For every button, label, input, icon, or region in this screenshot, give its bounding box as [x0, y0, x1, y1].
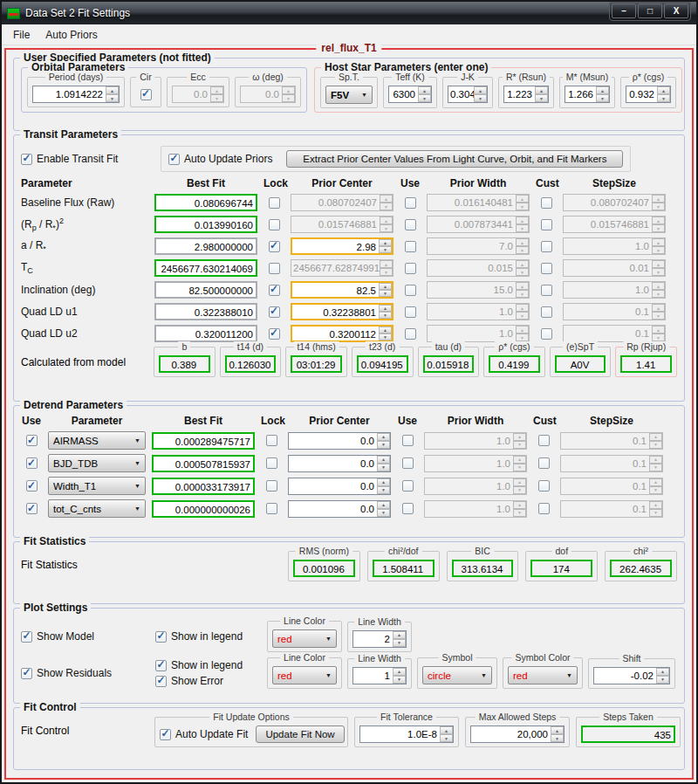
spinner-down-icon[interactable]: ▼: [513, 441, 526, 449]
spinner-up-icon[interactable]: ▲: [516, 238, 529, 246]
fit-tolerance-input[interactable]: 1.0E-8▲▼: [359, 726, 454, 743]
spinner-down-icon[interactable]: ▼: [379, 290, 392, 297]
spinner-up-icon[interactable]: ▲: [106, 86, 119, 94]
spinner-down-icon[interactable]: ▼: [516, 203, 529, 210]
max-allowed-steps-input[interactable]: 20,000▲▼: [470, 726, 565, 743]
auto-update-fit[interactable]: Auto Update Fit: [160, 728, 248, 740]
spinner-down-icon[interactable]: ▼: [516, 334, 529, 341]
spinner-up-icon[interactable]: ▲: [516, 217, 529, 224]
spinner-up-icon[interactable]: ▲: [596, 86, 609, 94]
spinner[interactable]: ▲▼: [380, 217, 393, 232]
spinner-down-icon[interactable]: ▼: [516, 312, 529, 320]
maximize-button[interactable]: □: [638, 3, 662, 18]
detrend-cust-checkbox[interactable]: [538, 457, 550, 469]
cust-checkbox[interactable]: [541, 328, 552, 340]
spinner[interactable]: ▲▼: [516, 260, 529, 276]
spinner[interactable]: ▲▼: [649, 433, 662, 449]
symbol-combo[interactable]: circle▼: [422, 666, 492, 684]
lock-checkbox[interactable]: [269, 241, 280, 252]
spinner-up-icon[interactable]: ▲: [513, 456, 526, 464]
spinner-up-icon[interactable]: ▲: [380, 260, 393, 268]
detrend-lock-checkbox[interactable]: [266, 480, 277, 492]
spinner-up-icon[interactable]: ▲: [652, 217, 665, 224]
symbol-color-combo[interactable]: red▼: [508, 666, 578, 684]
detrend-use2-checkbox[interactable]: [402, 435, 414, 446]
spinner[interactable]: ▲▼: [516, 326, 529, 341]
spinner[interactable]: ▲▼: [513, 501, 526, 517]
spinner-down-icon[interactable]: ▼: [379, 334, 392, 340]
spinner-down-icon[interactable]: ▼: [649, 509, 662, 517]
detrend-use-checkbox[interactable]: [26, 457, 38, 469]
spinner-up-icon[interactable]: ▲: [210, 86, 223, 94]
show-error[interactable]: Show Error: [155, 675, 262, 687]
spinner-up-icon[interactable]: ▲: [516, 260, 529, 268]
prior-center-input[interactable]: 2.98▲▼: [291, 237, 393, 255]
spinner[interactable]: ▲▼: [380, 195, 393, 210]
spinner-down-icon[interactable]: ▼: [377, 441, 390, 449]
spinner[interactable]: ▲▼: [535, 86, 548, 102]
spinner-down-icon[interactable]: ▼: [656, 676, 669, 684]
menu-auto-priors[interactable]: Auto Priors: [38, 26, 105, 44]
detrend-lock-checkbox[interactable]: [266, 503, 277, 514]
detrend-use-checkbox[interactable]: [26, 503, 38, 514]
spinner-up-icon[interactable]: ▲: [393, 631, 406, 639]
spinner-up-icon[interactable]: ▲: [516, 326, 529, 334]
detrend-use2-checkbox[interactable]: [402, 457, 414, 469]
spinner-up-icon[interactable]: ▲: [649, 433, 662, 441]
rstar-input[interactable]: 1.223▲▼: [503, 86, 549, 103]
detrend-prior-center-input[interactable]: 0.0▲▼: [288, 478, 391, 495]
model-line-color-combo[interactable]: red▼: [272, 629, 337, 648]
cust-checkbox[interactable]: [541, 285, 552, 296]
use-checkbox[interactable]: [405, 241, 416, 252]
spinner-up-icon[interactable]: ▲: [656, 668, 669, 676]
spinner-up-icon[interactable]: ▲: [652, 326, 665, 334]
spinner-down-icon[interactable]: ▼: [652, 246, 665, 254]
prior-center-input[interactable]: 0.32238801▲▼: [291, 303, 393, 320]
spinner-up-icon[interactable]: ▲: [516, 195, 529, 203]
spinner-up-icon[interactable]: ▲: [379, 239, 392, 246]
spinner-down-icon[interactable]: ▼: [652, 334, 665, 341]
residuals-legend-checkbox[interactable]: [155, 660, 167, 671]
extract-priors-button[interactable]: Extract Prior Center Values From Light C…: [286, 150, 623, 168]
spinner[interactable]: ▲▼: [379, 283, 392, 297]
spinner-down-icon[interactable]: ▼: [393, 639, 406, 647]
spinner-down-icon[interactable]: ▼: [649, 486, 662, 494]
spinner-down-icon[interactable]: ▼: [377, 464, 390, 471]
spinner-up-icon[interactable]: ▲: [513, 478, 526, 486]
spinner-down-icon[interactable]: ▼: [652, 290, 665, 298]
cust-checkbox[interactable]: [541, 241, 552, 252]
enable-transit-fit[interactable]: Enable Transit Fit: [21, 153, 148, 165]
spinner[interactable]: ▲▼: [393, 668, 406, 684]
spinner[interactable]: ▲▼: [649, 478, 662, 494]
spinner[interactable]: ▲▼: [377, 501, 390, 517]
spinner-down-icon[interactable]: ▼: [652, 312, 665, 320]
spinner[interactable]: ▲▼: [106, 86, 119, 102]
spinner-down-icon[interactable]: ▼: [282, 94, 295, 102]
show-residuals-checkbox[interactable]: [21, 668, 32, 679]
spinner-down-icon[interactable]: ▼: [513, 509, 526, 517]
spinner-up-icon[interactable]: ▲: [377, 478, 390, 486]
spinner-up-icon[interactable]: ▲: [379, 327, 392, 334]
spinner[interactable]: ▲▼: [516, 304, 529, 320]
spinner-up-icon[interactable]: ▲: [440, 726, 453, 734]
prior-center-input[interactable]: 82.5▲▼: [291, 281, 393, 299]
title-bar[interactable]: Data Set 2 Fit Settings – □ X: [2, 2, 696, 24]
spinner[interactable]: ▲▼: [440, 726, 453, 742]
minimize-button[interactable]: –: [612, 3, 636, 18]
spinner-down-icon[interactable]: ▼: [649, 464, 662, 471]
prior-center-input[interactable]: 0.3200112▲▼: [291, 325, 393, 342]
spinner-down-icon[interactable]: ▼: [652, 268, 665, 276]
spinner[interactable]: ▲▼: [513, 456, 526, 471]
spinner[interactable]: ▲▼: [652, 260, 665, 276]
spinner[interactable]: ▲▼: [377, 478, 390, 494]
detrend-lock-checkbox[interactable]: [266, 435, 277, 446]
spinner-down-icon[interactable]: ▼: [380, 224, 393, 232]
detrend-use2-checkbox[interactable]: [402, 480, 414, 492]
spinner-down-icon[interactable]: ▼: [440, 734, 453, 742]
detrend-prior-center-input[interactable]: 0.0▲▼: [288, 432, 391, 450]
spinner[interactable]: ▲▼: [649, 456, 662, 471]
use-checkbox[interactable]: [405, 328, 416, 340]
spinner[interactable]: ▲▼: [379, 305, 392, 319]
spinner-down-icon[interactable]: ▼: [657, 94, 670, 102]
spinner-down-icon[interactable]: ▼: [551, 734, 564, 742]
